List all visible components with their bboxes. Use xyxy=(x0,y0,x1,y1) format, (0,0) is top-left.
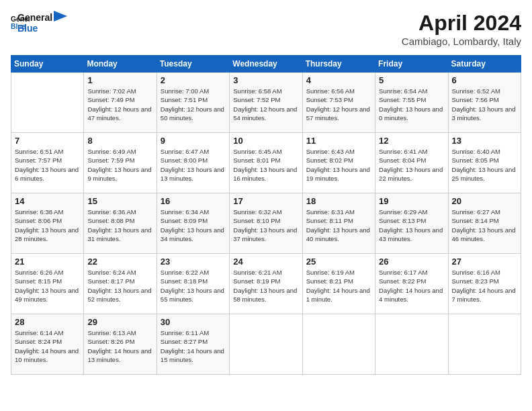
day-detail: Sunrise: 6:26 AM Sunset: 8:15 PM Dayligh… xyxy=(15,268,80,304)
calendar-cell: 18Sunrise: 6:31 AM Sunset: 8:11 PM Dayli… xyxy=(302,193,375,254)
day-number: 27 xyxy=(452,257,517,267)
calendar-body: 1Sunrise: 7:02 AM Sunset: 7:49 PM Daylig… xyxy=(11,73,521,375)
month-year-title: April 2024 xyxy=(402,11,521,36)
day-detail: Sunrise: 6:31 AM Sunset: 8:11 PM Dayligh… xyxy=(306,208,371,243)
day-number: 23 xyxy=(161,257,226,267)
calendar-cell xyxy=(448,314,521,375)
calendar-week-row: 21Sunrise: 6:26 AM Sunset: 8:15 PM Dayli… xyxy=(11,254,521,314)
calendar-table: SundayMondayTuesdayWednesdayThursdayFrid… xyxy=(11,55,521,375)
day-number: 18 xyxy=(306,196,371,206)
day-number: 15 xyxy=(87,196,152,206)
day-detail: Sunrise: 6:36 AM Sunset: 8:08 PM Dayligh… xyxy=(87,208,152,243)
col-header-saturday: Saturday xyxy=(448,56,521,73)
day-detail: Sunrise: 7:00 AM Sunset: 7:51 PM Dayligh… xyxy=(161,87,226,122)
day-number: 26 xyxy=(379,257,444,267)
day-number: 19 xyxy=(379,196,444,206)
calendar-cell: 16Sunrise: 6:34 AM Sunset: 8:09 PM Dayli… xyxy=(157,193,229,254)
calendar-cell: 1Sunrise: 7:02 AM Sunset: 7:49 PM Daylig… xyxy=(84,73,157,133)
day-number: 29 xyxy=(87,317,152,327)
logo-general: General xyxy=(17,12,52,23)
calendar-cell: 19Sunrise: 6:29 AM Sunset: 8:13 PM Dayli… xyxy=(375,193,448,254)
calendar-header-row: SundayMondayTuesdayWednesdayThursdayFrid… xyxy=(11,56,521,73)
day-number: 6 xyxy=(452,75,517,85)
calendar-cell: 25Sunrise: 6:19 AM Sunset: 8:21 PM Dayli… xyxy=(302,254,375,314)
day-detail: Sunrise: 6:16 AM Sunset: 8:23 PM Dayligh… xyxy=(452,268,517,304)
day-detail: Sunrise: 6:34 AM Sunset: 8:09 PM Dayligh… xyxy=(161,208,226,243)
day-number: 28 xyxy=(15,317,80,327)
col-header-thursday: Thursday xyxy=(302,56,375,73)
calendar-cell: 20Sunrise: 6:27 AM Sunset: 8:14 PM Dayli… xyxy=(448,193,521,254)
logo-flag-icon xyxy=(54,11,67,28)
day-number: 22 xyxy=(87,257,152,267)
day-number: 20 xyxy=(452,196,517,206)
day-number: 16 xyxy=(161,196,226,206)
calendar-week-row: 7Sunrise: 6:51 AM Sunset: 7:57 PM Daylig… xyxy=(11,133,521,193)
day-detail: Sunrise: 6:43 AM Sunset: 8:02 PM Dayligh… xyxy=(306,147,371,183)
day-detail: Sunrise: 7:02 AM Sunset: 7:49 PM Dayligh… xyxy=(87,87,152,122)
day-number: 8 xyxy=(87,136,152,146)
calendar-cell: 13Sunrise: 6:40 AM Sunset: 8:05 PM Dayli… xyxy=(448,133,521,193)
location-subtitle: Cambiago, Lombardy, Italy xyxy=(402,36,521,47)
day-detail: Sunrise: 6:52 AM Sunset: 7:56 PM Dayligh… xyxy=(452,87,517,122)
col-header-monday: Monday xyxy=(84,56,157,73)
day-detail: Sunrise: 6:40 AM Sunset: 8:05 PM Dayligh… xyxy=(452,147,517,183)
calendar-cell xyxy=(230,314,302,375)
calendar-cell: 6Sunrise: 6:52 AM Sunset: 7:56 PM Daylig… xyxy=(448,73,521,133)
calendar-cell: 28Sunrise: 6:14 AM Sunset: 8:24 PM Dayli… xyxy=(11,314,84,375)
calendar-cell: 7Sunrise: 6:51 AM Sunset: 7:57 PM Daylig… xyxy=(11,133,84,193)
calendar-cell: 5Sunrise: 6:54 AM Sunset: 7:55 PM Daylig… xyxy=(375,73,448,133)
day-number: 1 xyxy=(87,75,152,85)
calendar-cell: 27Sunrise: 6:16 AM Sunset: 8:23 PM Dayli… xyxy=(448,254,521,314)
day-detail: Sunrise: 6:56 AM Sunset: 7:53 PM Dayligh… xyxy=(306,87,371,122)
day-detail: Sunrise: 6:49 AM Sunset: 7:59 PM Dayligh… xyxy=(87,147,152,183)
col-header-tuesday: Tuesday xyxy=(157,56,229,73)
day-detail: Sunrise: 6:45 AM Sunset: 8:01 PM Dayligh… xyxy=(233,147,298,183)
col-header-wednesday: Wednesday xyxy=(230,56,302,73)
day-number: 21 xyxy=(15,257,80,267)
calendar-cell: 3Sunrise: 6:58 AM Sunset: 7:52 PM Daylig… xyxy=(230,73,302,133)
day-number: 3 xyxy=(233,75,298,85)
day-detail: Sunrise: 6:19 AM Sunset: 8:21 PM Dayligh… xyxy=(306,268,371,304)
day-number: 12 xyxy=(379,136,444,146)
day-detail: Sunrise: 6:41 AM Sunset: 8:04 PM Dayligh… xyxy=(379,147,444,183)
title-block: April 2024 Cambiago, Lombardy, Italy xyxy=(402,11,521,47)
day-number: 10 xyxy=(233,136,298,146)
col-header-friday: Friday xyxy=(375,56,448,73)
svg-marker-3 xyxy=(54,11,67,21)
calendar-week-row: 28Sunrise: 6:14 AM Sunset: 8:24 PM Dayli… xyxy=(11,314,521,375)
calendar-cell xyxy=(11,73,84,133)
day-detail: Sunrise: 6:47 AM Sunset: 8:00 PM Dayligh… xyxy=(161,147,226,183)
logo-blue: Blue xyxy=(17,23,52,34)
calendar-cell: 21Sunrise: 6:26 AM Sunset: 8:15 PM Dayli… xyxy=(11,254,84,314)
calendar-week-row: 1Sunrise: 7:02 AM Sunset: 7:49 PM Daylig… xyxy=(11,73,521,133)
calendar-cell: 23Sunrise: 6:22 AM Sunset: 8:18 PM Dayli… xyxy=(157,254,229,314)
day-detail: Sunrise: 6:27 AM Sunset: 8:14 PM Dayligh… xyxy=(452,208,517,243)
calendar-cell: 12Sunrise: 6:41 AM Sunset: 8:04 PM Dayli… xyxy=(375,133,448,193)
day-number: 9 xyxy=(161,136,226,146)
day-detail: Sunrise: 6:14 AM Sunset: 8:24 PM Dayligh… xyxy=(15,328,80,364)
calendar-cell: 24Sunrise: 6:21 AM Sunset: 8:19 PM Dayli… xyxy=(230,254,302,314)
calendar-cell: 22Sunrise: 6:24 AM Sunset: 8:17 PM Dayli… xyxy=(84,254,157,314)
day-detail: Sunrise: 6:58 AM Sunset: 7:52 PM Dayligh… xyxy=(233,87,298,122)
calendar-cell: 10Sunrise: 6:45 AM Sunset: 8:01 PM Dayli… xyxy=(230,133,302,193)
calendar-cell xyxy=(302,314,375,375)
day-detail: Sunrise: 6:54 AM Sunset: 7:55 PM Dayligh… xyxy=(379,87,444,122)
calendar-cell: 30Sunrise: 6:11 AM Sunset: 8:27 PM Dayli… xyxy=(157,314,229,375)
calendar-cell: 14Sunrise: 6:38 AM Sunset: 8:06 PM Dayli… xyxy=(11,193,84,254)
day-number: 30 xyxy=(161,317,226,327)
day-number: 5 xyxy=(379,75,444,85)
calendar-cell: 29Sunrise: 6:13 AM Sunset: 8:26 PM Dayli… xyxy=(84,314,157,375)
calendar-cell xyxy=(375,314,448,375)
day-detail: Sunrise: 6:21 AM Sunset: 8:19 PM Dayligh… xyxy=(233,268,298,304)
day-number: 11 xyxy=(306,136,371,146)
calendar-cell: 17Sunrise: 6:32 AM Sunset: 8:10 PM Dayli… xyxy=(230,193,302,254)
day-number: 24 xyxy=(233,257,298,267)
day-number: 13 xyxy=(452,136,517,146)
logo: General Blue General Blue xyxy=(11,11,67,34)
day-number: 17 xyxy=(233,196,298,206)
day-detail: Sunrise: 6:13 AM Sunset: 8:26 PM Dayligh… xyxy=(87,328,152,364)
day-number: 14 xyxy=(15,196,80,206)
day-detail: Sunrise: 6:22 AM Sunset: 8:18 PM Dayligh… xyxy=(161,268,226,304)
calendar-cell: 11Sunrise: 6:43 AM Sunset: 8:02 PM Dayli… xyxy=(302,133,375,193)
day-number: 2 xyxy=(161,75,226,85)
